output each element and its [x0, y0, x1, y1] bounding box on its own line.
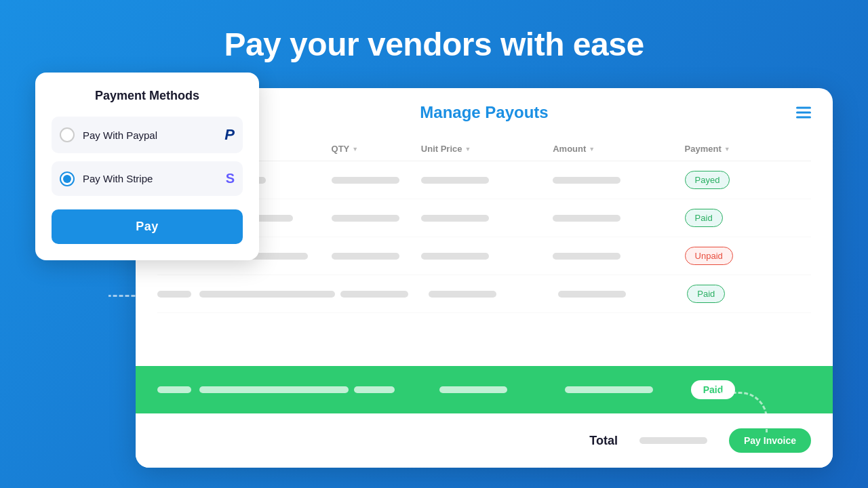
panel-title: Manage Payouts	[420, 103, 548, 122]
th-payment: Payment ▼	[685, 144, 811, 154]
status-badge: Paid	[687, 285, 725, 303]
row4-desc	[157, 291, 335, 298]
payment-methods-card: Payment Methods Pay With Paypal P Pay Wi…	[35, 73, 259, 260]
highlighted-row-inner: Paid	[157, 380, 811, 399]
row2-unit	[421, 215, 547, 222]
row2-qty	[332, 215, 416, 222]
paypal-icon: P	[224, 126, 235, 144]
hero-title: Pay your vendors with ease	[0, 0, 868, 63]
th-qty-arrow: ▼	[352, 146, 358, 152]
table-row: Paid	[157, 275, 811, 313]
row3-unit	[421, 253, 547, 260]
row4-amount	[558, 291, 682, 298]
hl-desc	[157, 386, 349, 393]
payment-methods-title: Payment Methods	[52, 89, 243, 103]
stripe-option[interactable]: Pay With Stripe S	[52, 161, 243, 196]
row1-status: Payed	[685, 171, 811, 189]
paypal-radio[interactable]	[60, 127, 75, 142]
menu-icon[interactable]	[796, 107, 811, 119]
row3-amount	[553, 253, 679, 260]
menu-line-3	[796, 117, 811, 119]
row1-unit	[421, 177, 547, 184]
menu-line-2	[796, 112, 811, 114]
status-badge: Paid	[685, 209, 723, 227]
th-unit-price-arrow: ▼	[465, 146, 471, 152]
pay-button[interactable]: Pay	[52, 209, 243, 244]
total-label: Total	[589, 434, 618, 448]
row4-unit	[429, 291, 553, 298]
row4-qty	[340, 291, 423, 298]
row3-qty	[332, 253, 416, 260]
stripe-icon: S	[226, 171, 235, 186]
hl-unit	[439, 386, 559, 393]
status-badge: Unpaid	[685, 247, 733, 265]
paypal-label: Pay With Paypal	[83, 129, 224, 141]
row1-qty	[332, 177, 416, 184]
th-payment-arrow: ▼	[724, 146, 730, 152]
menu-line-1	[796, 107, 811, 109]
stripe-label: Pay With Stripe	[83, 173, 226, 184]
row2-status: Paid	[685, 209, 811, 227]
th-unit-price-label: Unit Price	[421, 144, 462, 154]
th-amount: Amount ▼	[553, 144, 679, 154]
stripe-radio-inner	[63, 175, 71, 183]
th-qty: QTY ▼	[332, 144, 416, 154]
paypal-option[interactable]: Pay With Paypal P	[52, 117, 243, 153]
status-badge: Payed	[685, 171, 730, 189]
hl-amount	[565, 386, 685, 393]
row4-status: Paid	[687, 285, 811, 303]
th-amount-label: Amount	[553, 144, 586, 154]
row1-amount	[553, 177, 679, 184]
row3-status: Unpaid	[685, 247, 811, 265]
th-amount-arrow: ▼	[589, 146, 595, 152]
th-qty-label: QTY	[332, 144, 350, 154]
total-amount-bar	[639, 437, 707, 444]
stripe-radio[interactable]	[60, 171, 75, 186]
hl-qty	[354, 386, 434, 393]
th-payment-label: Payment	[685, 144, 722, 154]
th-unit-price: Unit Price ▼	[421, 144, 547, 154]
row2-amount	[553, 215, 679, 222]
